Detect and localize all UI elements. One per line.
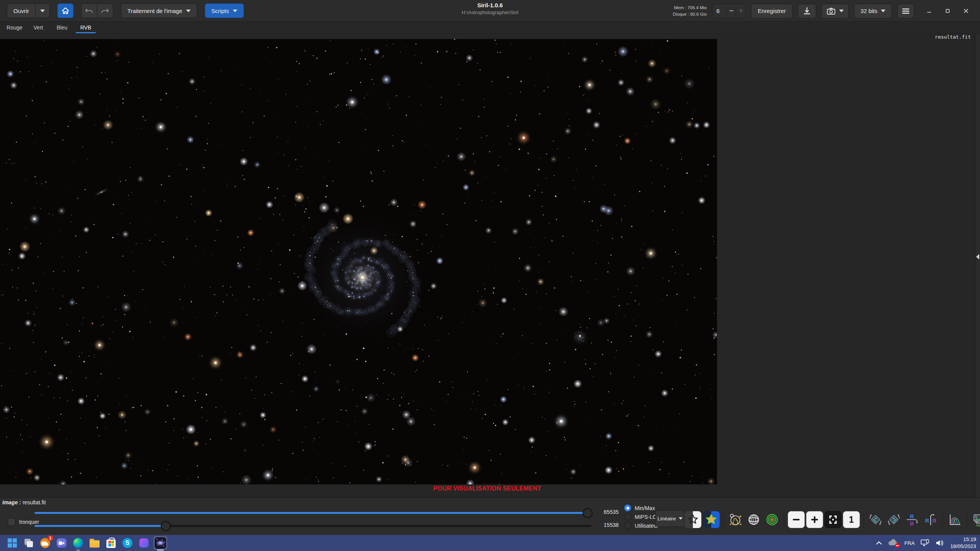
mode-user-row: Utilisateur — [624, 522, 658, 529]
tab-rouge[interactable]: Rouge — [3, 22, 26, 33]
truncate-checkbox[interactable] — [8, 518, 15, 526]
resource-info: Mem : 706.4 Mio Disque : 60.6 Gio — [673, 5, 707, 17]
zoom-100-button[interactable]: 1 — [843, 511, 860, 528]
network-tray-icon[interactable] — [920, 539, 929, 547]
snapshot-button[interactable] — [822, 4, 849, 18]
hi-slider[interactable] — [34, 512, 591, 514]
one-to-one-icon: 1 — [849, 515, 854, 525]
fit-to-window-button[interactable] — [825, 511, 841, 528]
clock[interactable]: 15:19 18/05/2023 — [950, 536, 976, 550]
tray-chevron-up-icon[interactable] — [876, 541, 882, 545]
rotate-left-button[interactable] — [867, 511, 884, 528]
tab-bleu[interactable]: Bleu — [50, 22, 74, 33]
viewer-filename: resultat.fit — [935, 34, 971, 40]
volume-tray-icon[interactable] — [935, 539, 944, 547]
maximize-button[interactable] — [943, 7, 952, 15]
microsoft-365-icon — [139, 538, 149, 548]
channel-tab-bar: Rouge Vert Bleu RVB — [0, 22, 980, 34]
window-controls — [925, 7, 970, 15]
spinner-increment-button[interactable]: + — [736, 4, 745, 18]
spinner-value[interactable]: 6 — [712, 4, 726, 18]
viewer-toolbar: 1 R — [684, 511, 980, 528]
notification-badge: 1 — [47, 535, 53, 541]
svg-text:R: R — [910, 514, 914, 520]
chevron-down-icon — [40, 10, 45, 12]
minimize-button[interactable] — [925, 7, 933, 15]
skype-button[interactable]: S — [121, 536, 134, 550]
lo-slider[interactable] — [34, 525, 591, 527]
user-radio[interactable] — [624, 522, 631, 529]
truncate-row: tronquer — [8, 518, 39, 526]
sequence-list-button[interactable] — [970, 511, 980, 528]
astrometry-icon — [728, 512, 743, 527]
current-image-label: Image : resultat.fit — [2, 499, 46, 505]
histogram-button[interactable] — [946, 511, 963, 528]
zoom-in-button[interactable] — [806, 511, 823, 528]
microsoft-store-button[interactable] — [104, 536, 118, 550]
plus-icon — [811, 516, 818, 523]
minimize-icon — [927, 9, 931, 13]
start-button[interactable] — [5, 536, 19, 550]
hi-slider-fill — [34, 512, 591, 514]
mips-radio[interactable] — [624, 513, 631, 520]
astrometry-button[interactable] — [727, 511, 744, 528]
taskbar-app-icons: 1 S — [5, 535, 167, 551]
microsoft-365-button[interactable] — [137, 536, 151, 550]
photometry-button[interactable] — [764, 511, 781, 528]
panel-expander-arrow-icon[interactable] — [976, 254, 979, 259]
tab-vert[interactable]: Vert — [26, 22, 50, 33]
home-button[interactable] — [57, 3, 74, 18]
right-panel-collapsed-strip[interactable] — [975, 34, 980, 497]
truncate-label: tronquer — [19, 519, 39, 525]
flip-vertical-button[interactable]: R R — [904, 511, 921, 528]
save-button[interactable]: Enregistrer — [751, 4, 792, 18]
open-dropdown-button[interactable] — [36, 3, 50, 18]
language-indicator[interactable]: FRA — [904, 540, 915, 546]
siril-taskbar-button[interactable] — [154, 536, 167, 550]
scripts-menu-button[interactable]: Scripts — [205, 3, 244, 18]
chevron-down-icon — [839, 10, 844, 12]
image-stack-icon — [971, 512, 980, 527]
save-as-button[interactable] — [798, 4, 816, 18]
close-button[interactable] — [962, 7, 970, 15]
memory-info: Mem : 706.4 Mio — [673, 5, 707, 11]
flip-horizontal-button[interactable]: R R — [922, 511, 939, 528]
zoom-out-button[interactable] — [788, 511, 805, 528]
wcs-grid-button[interactable] — [745, 511, 762, 528]
hi-slider-thumb[interactable] — [583, 508, 593, 518]
tray-time: 15:19 — [950, 536, 976, 543]
negative-view-button[interactable] — [684, 511, 701, 528]
spinner-decrement-button[interactable]: − — [726, 4, 736, 18]
onedrive-tray-icon[interactable] — [888, 539, 898, 547]
image-viewer-area: resultat.fit POUR VISUALISATION SEULEMEN… — [0, 34, 980, 497]
file-explorer-button[interactable] — [88, 536, 101, 550]
redo-button[interactable] — [97, 3, 113, 18]
scripts-label: Scripts — [211, 8, 229, 14]
task-view-button[interactable] — [22, 536, 36, 550]
windows-logo-icon — [8, 538, 17, 548]
bit-depth-dropdown[interactable]: 32 bits — [854, 4, 892, 18]
hamburger-menu-button[interactable] — [897, 4, 914, 18]
tab-rvb[interactable]: RVB — [74, 22, 98, 33]
chat-button[interactable] — [55, 536, 69, 550]
toolbar-separator — [723, 511, 724, 528]
rotate-right-button[interactable] — [885, 511, 902, 528]
edge-button[interactable] — [71, 536, 85, 550]
undo-icon — [85, 7, 94, 15]
toolbar-separator — [967, 511, 967, 528]
svg-text:R: R — [925, 518, 929, 524]
astro-canvas[interactable] — [0, 39, 717, 484]
color-star-icon — [703, 511, 720, 528]
widgets-button[interactable]: 1 — [38, 536, 52, 550]
stretch-mode-dropdown[interactable]: Linéaire — [655, 510, 684, 527]
save-as-icon — [803, 7, 811, 16]
open-button[interactable]: Ouvrir — [7, 3, 36, 18]
star-rendering-button[interactable] — [703, 511, 720, 528]
minmax-radio[interactable] — [624, 504, 631, 512]
image-processing-menu-button[interactable]: Traitement de l'image — [121, 3, 197, 18]
skype-icon: S — [122, 538, 132, 548]
siril-app-icon — [155, 537, 166, 549]
image-label-prefix: Image : — [2, 499, 21, 505]
lo-slider-thumb[interactable] — [161, 521, 171, 531]
undo-button[interactable] — [81, 3, 97, 18]
